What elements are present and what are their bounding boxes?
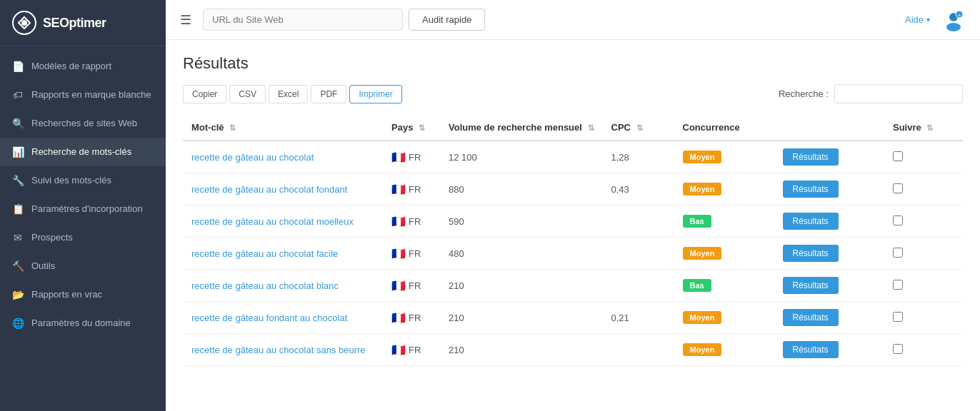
audit-rapide-button[interactable]: Audit rapide xyxy=(409,9,485,31)
results-button[interactable]: Résultats xyxy=(783,213,839,230)
country-code: FR xyxy=(409,248,421,259)
cell-results: Résultats xyxy=(774,238,884,270)
search-input[interactable] xyxy=(834,84,963,103)
sidebar-item-parametres-incorporation[interactable]: 📋 Paramètres d'incorporation xyxy=(0,195,166,223)
table-row: recette de gâteau au chocolat sans beurr… xyxy=(183,334,963,366)
keyword-link[interactable]: recette de gâteau au chocolat blanc xyxy=(191,280,339,291)
pdf-button[interactable]: PDF xyxy=(311,85,346,103)
cell-results: Résultats xyxy=(774,206,884,238)
url-input[interactable] xyxy=(203,9,403,31)
nav-icon-outils: 🔨 xyxy=(11,260,24,273)
keyword-link[interactable]: recette de gâteau au chocolat xyxy=(191,152,314,163)
flag: 🇫🇷 FR xyxy=(391,311,421,325)
results-button[interactable]: Résultats xyxy=(783,245,839,262)
user-avatar[interactable]: + xyxy=(941,8,966,32)
sidebar-item-prospects[interactable]: ✉ Prospects xyxy=(0,223,166,252)
flag-icon: 🇫🇷 xyxy=(391,247,406,260)
col-header-pays[interactable]: Pays ⇅ xyxy=(383,115,440,141)
sidebar-item-parametres-domaine[interactable]: 🌐 Paramètres du domaine xyxy=(0,309,166,338)
sort-icon-suivre: ⇅ xyxy=(926,123,933,132)
concurrence-badge: Bas xyxy=(683,279,711,292)
col-header-suivre[interactable]: Suivre ⇅ xyxy=(884,115,963,141)
cell-concurrence: Moyen xyxy=(674,302,774,334)
table-row: recette de gâteau au chocolat moelleux 🇫… xyxy=(183,206,963,238)
print-button[interactable]: Imprimer xyxy=(349,85,401,103)
results-button[interactable]: Résultats xyxy=(783,148,839,166)
sidebar-item-recherche-mots-cles[interactable]: 📊 Recherche de mots-clés xyxy=(0,138,166,166)
page-title: Résultats xyxy=(183,54,963,73)
results-button[interactable]: Résultats xyxy=(783,341,839,358)
cell-pays: 🇫🇷 FR xyxy=(383,238,440,270)
country-code: FR xyxy=(409,313,421,323)
table-header-row: Mot-clé ⇅ Pays ⇅ Volume de recherche men… xyxy=(183,115,963,141)
keyword-link[interactable]: recette de gâteau fondant au chocolat xyxy=(191,313,347,323)
sidebar-item-suivi-mots-cles[interactable]: 🔧 Suivi des mots-clés xyxy=(0,166,166,195)
cell-concurrence: Bas xyxy=(674,206,774,238)
cell-results: Résultats xyxy=(774,173,884,206)
keyword-link[interactable]: recette de gâteau au chocolat sans beurr… xyxy=(191,345,366,355)
help-button[interactable]: Aide ▾ xyxy=(905,14,930,25)
col-header-mot-cle[interactable]: Mot-clé ⇅ xyxy=(183,115,383,141)
excel-button[interactable]: Excel xyxy=(269,85,308,103)
cell-keyword: recette de gâteau au chocolat xyxy=(183,141,383,173)
flag-icon: 🇫🇷 xyxy=(391,279,406,293)
col-header-concurrence[interactable]: Concurrence xyxy=(674,115,774,141)
sidebar-nav: 📄 Modèles de rapport 🏷 Rapports en marqu… xyxy=(0,46,166,411)
cell-concurrence: Moyen xyxy=(674,334,774,366)
logo[interactable]: SEOptimer xyxy=(0,0,166,46)
suivre-checkbox[interactable] xyxy=(893,183,903,193)
copy-button[interactable]: Copier xyxy=(183,85,226,103)
content-area: Résultats Copier CSV Excel PDF Imprimer … xyxy=(166,40,980,411)
keyword-link[interactable]: recette de gâteau au chocolat fondant xyxy=(191,184,347,195)
results-button[interactable]: Résultats xyxy=(783,181,839,198)
flag: 🇫🇷 FR xyxy=(391,279,421,293)
nav-icon-recherches-sites-web: 🔍 xyxy=(11,117,24,130)
nav-label-parametres-incorporation: Paramètres d'incorporation xyxy=(31,203,143,215)
cell-concurrence: Moyen xyxy=(674,238,774,270)
cell-results: Résultats xyxy=(774,270,884,302)
cell-suivre xyxy=(884,270,963,302)
cell-suivre xyxy=(884,206,963,238)
flag-icon: 🇫🇷 xyxy=(391,151,406,164)
cell-keyword: recette de gâteau fondant au chocolat xyxy=(183,302,383,334)
cell-keyword: recette de gâteau au chocolat fondant xyxy=(183,173,383,206)
keyword-link[interactable]: recette de gâteau au chocolat moelleux xyxy=(191,216,354,227)
cell-volume: 480 xyxy=(440,238,603,270)
sidebar-item-rapports-en-vrac[interactable]: 📂 Rapports en vrac xyxy=(0,280,166,309)
flag: 🇫🇷 FR xyxy=(391,247,421,260)
cell-pays: 🇫🇷 FR xyxy=(383,173,440,206)
cell-concurrence: Moyen xyxy=(674,141,774,173)
cell-suivre xyxy=(884,238,963,270)
hamburger-button[interactable]: ☰ xyxy=(180,12,191,28)
sort-icon-volume: ⇅ xyxy=(588,123,594,132)
logo-text: SEOptimer xyxy=(43,16,106,31)
concurrence-badge: Moyen xyxy=(683,183,722,196)
nav-icon-rapports-en-vrac: 📂 xyxy=(11,288,24,301)
results-button[interactable]: Résultats xyxy=(783,309,839,326)
sort-icon-pays: ⇅ xyxy=(419,123,425,132)
suivre-checkbox[interactable] xyxy=(893,344,903,354)
col-header-volume[interactable]: Volume de recherche mensuel ⇅ xyxy=(440,115,603,141)
csv-button[interactable]: CSV xyxy=(229,85,266,103)
sidebar-item-recherches-sites-web[interactable]: 🔍 Recherches de sites Web xyxy=(0,109,166,138)
sidebar-item-rapports-marque-blanche[interactable]: 🏷 Rapports en marque blanche xyxy=(0,81,166,109)
flag: 🇫🇷 FR xyxy=(391,151,421,164)
suivre-checkbox[interactable] xyxy=(893,151,903,161)
suivre-checkbox[interactable] xyxy=(893,248,903,258)
col-header-cpc[interactable]: CPC ⇅ xyxy=(603,115,674,141)
sidebar: SEOptimer 📄 Modèles de rapport 🏷 Rapport… xyxy=(0,0,166,411)
suivre-checkbox[interactable] xyxy=(893,312,903,322)
results-button[interactable]: Résultats xyxy=(783,277,839,294)
suivre-checkbox[interactable] xyxy=(893,280,903,290)
nav-label-outils: Outils xyxy=(31,260,55,273)
flag: 🇫🇷 FR xyxy=(391,183,421,196)
suivre-checkbox[interactable] xyxy=(893,215,903,225)
table-row: recette de gâteau au chocolat facile 🇫🇷 … xyxy=(183,238,963,270)
keyword-link[interactable]: recette de gâteau au chocolat facile xyxy=(191,248,338,259)
sidebar-item-outils[interactable]: 🔨 Outils xyxy=(0,252,166,280)
cell-pays: 🇫🇷 FR xyxy=(383,206,440,238)
sidebar-item-modeles-rapport[interactable]: 📄 Modèles de rapport xyxy=(0,52,166,81)
nav-label-parametres-domaine: Paramètres du domaine xyxy=(31,318,131,330)
nav-icon-parametres-incorporation: 📋 xyxy=(11,203,24,215)
help-label: Aide xyxy=(905,14,924,25)
